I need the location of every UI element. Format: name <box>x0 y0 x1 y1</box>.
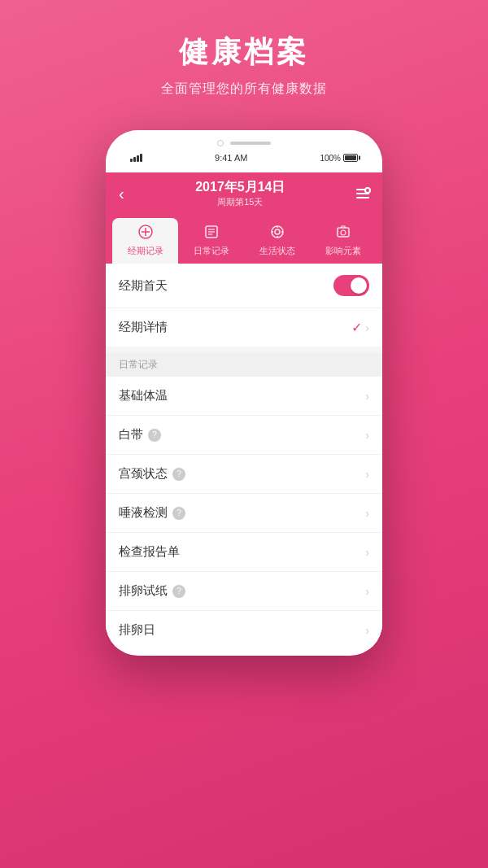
cervix-chevron: › <box>365 468 369 481</box>
ovulation-day-label: 排卵日 <box>119 622 155 638</box>
period-detail-right: ✓ › <box>351 320 369 335</box>
base-temp-row[interactable]: 基础体温 › <box>106 377 382 416</box>
tab-factors[interactable]: 影响元素 <box>310 218 376 264</box>
ovulation-day-row[interactable]: 排卵日 › <box>106 611 382 649</box>
period-first-day-toggle[interactable] <box>333 275 369 296</box>
tab-period-label: 经期记录 <box>128 245 163 257</box>
tab-lifestyle-label: 生活状态 <box>259 245 295 257</box>
nav-center: 2017年5月14日 周期第15天 <box>195 179 285 208</box>
back-button[interactable]: ‹ <box>119 185 124 203</box>
tab-period-record[interactable]: 经期记录 <box>112 218 178 264</box>
main-title: 健康档案 <box>179 33 309 72</box>
saliva-row[interactable]: 唾液检测 ? › <box>106 494 382 533</box>
ovulation-day-chevron: › <box>365 624 369 637</box>
battery-indicator: 100% <box>320 154 358 163</box>
daily-section: 日常记录 基础体温 › 白带 ? › 宫颈状态 ? › <box>106 353 382 649</box>
period-detail-label: 经期详情 <box>119 320 168 335</box>
battery-fill <box>345 155 356 160</box>
settings-line-3 <box>356 197 369 198</box>
tab-period-icon <box>138 225 153 242</box>
tab-factors-label: 影响元素 <box>325 245 361 257</box>
period-section: 经期首天 经期详情 ✓ › <box>106 264 382 347</box>
signal-indicator <box>130 154 142 162</box>
check-icon: ✓ <box>351 320 362 335</box>
nav-date: 2017年5月14日 <box>195 179 285 196</box>
period-first-day-row[interactable]: 经期首天 <box>106 264 382 308</box>
tab-daily-label: 日常记录 <box>194 245 229 257</box>
status-time: 9:41 AM <box>215 153 247 163</box>
settings-dot <box>364 187 371 194</box>
saliva-label: 唾液检测 ? <box>119 505 185 521</box>
settings-icon <box>356 189 369 198</box>
phone-mockup: 9:41 AM 100% ‹ 2017年5月14日 周期第15天 <box>106 130 382 656</box>
base-temp-chevron: › <box>365 390 369 403</box>
cervix-help-icon[interactable]: ? <box>172 468 185 481</box>
phone-notch <box>217 140 271 146</box>
signal-bar-1 <box>130 159 133 162</box>
content-area: 经期首天 经期详情 ✓ › 日常记录 基础体温 › 白带 ? <box>106 264 382 649</box>
status-bar: 9:41 AM 100% <box>122 150 366 166</box>
phone-camera <box>217 140 224 146</box>
battery-percent: 100% <box>320 154 341 163</box>
tab-daily-icon <box>204 225 219 242</box>
tab-bar: 经期记录 日常记录 <box>106 215 382 264</box>
battery-icon <box>343 154 358 162</box>
tab-daily-record[interactable]: 日常记录 <box>178 218 244 264</box>
ovulation-test-chevron: › <box>365 585 369 598</box>
tab-lifestyle[interactable]: 生活状态 <box>244 218 310 264</box>
discharge-label: 白带 ? <box>119 427 161 443</box>
signal-bar-4 <box>140 154 142 162</box>
nav-bar: ‹ 2017年5月14日 周期第15天 <box>106 172 382 215</box>
cervix-row[interactable]: 宫颈状态 ? › <box>106 455 382 494</box>
nav-cycle: 周期第15天 <box>195 196 285 208</box>
signal-bar-3 <box>137 155 139 162</box>
base-temp-label: 基础体温 <box>119 388 168 403</box>
discharge-chevron: › <box>365 429 369 442</box>
period-detail-chevron: › <box>365 321 369 334</box>
ovulation-test-row[interactable]: 排卵试纸 ? › <box>106 572 382 611</box>
sub-title: 全面管理您的所有健康数据 <box>161 81 327 98</box>
ovulation-test-help-icon[interactable]: ? <box>172 585 185 598</box>
saliva-chevron: › <box>365 507 369 520</box>
phone-top-bar: 9:41 AM 100% <box>106 130 382 172</box>
discharge-row[interactable]: 白带 ? › <box>106 416 382 455</box>
svg-point-14 <box>341 230 346 235</box>
ovulation-test-label: 排卵试纸 ? <box>119 583 185 599</box>
svg-point-7 <box>272 226 283 238</box>
period-detail-row[interactable]: 经期详情 ✓ › <box>106 308 382 347</box>
signal-bar-2 <box>133 157 136 162</box>
saliva-help-icon[interactable]: ? <box>172 507 185 520</box>
app-header: 健康档案 全面管理您的所有健康数据 <box>0 0 488 114</box>
phone-speaker <box>230 142 271 145</box>
tab-factors-icon <box>336 225 351 242</box>
daily-section-header: 日常记录 <box>106 353 382 377</box>
settings-button[interactable] <box>356 189 369 198</box>
report-row[interactable]: 检查报告单 › <box>106 533 382 572</box>
report-chevron: › <box>365 546 369 559</box>
report-label: 检查报告单 <box>119 544 180 560</box>
svg-point-8 <box>275 229 280 234</box>
period-first-day-label: 经期首天 <box>119 278 168 294</box>
tab-lifestyle-icon <box>270 225 285 242</box>
discharge-help-icon[interactable]: ? <box>148 429 161 442</box>
cervix-label: 宫颈状态 ? <box>119 466 185 482</box>
